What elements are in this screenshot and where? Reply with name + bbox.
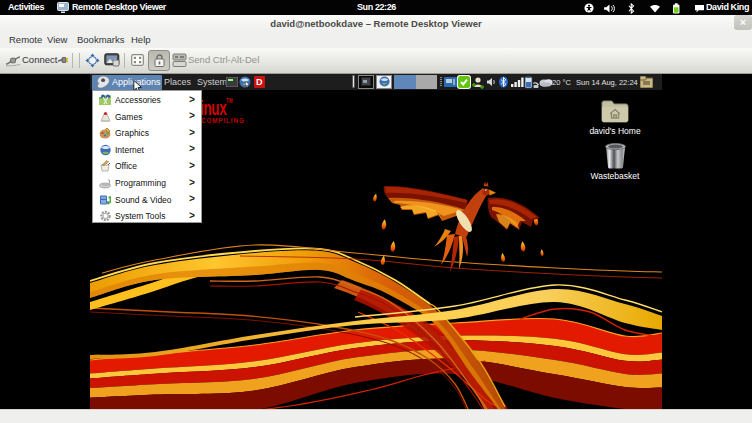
svg-text:D: D bbox=[256, 77, 263, 87]
